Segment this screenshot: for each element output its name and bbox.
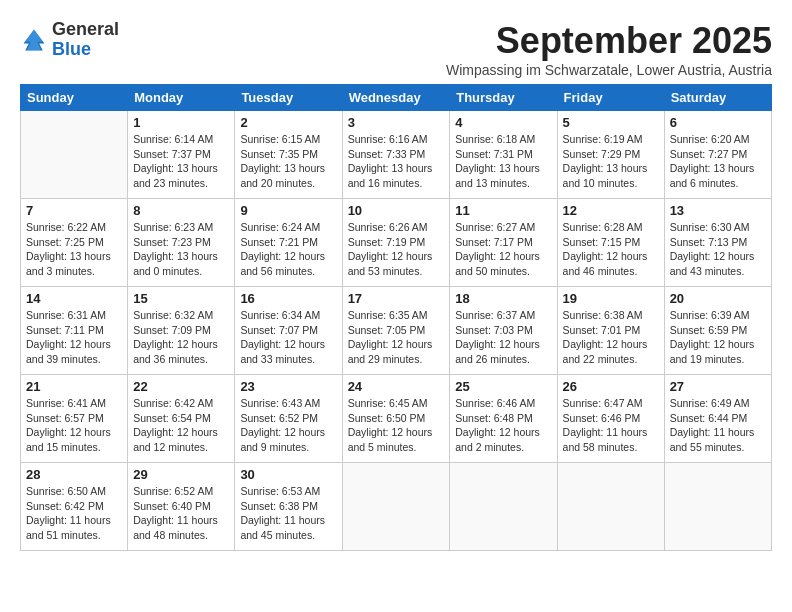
day-info: Sunrise: 6:35 AMSunset: 7:05 PMDaylight:… [348, 308, 445, 367]
calendar-cell: 16Sunrise: 6:34 AMSunset: 7:07 PMDayligh… [235, 287, 342, 375]
day-number: 29 [133, 467, 229, 482]
day-number: 14 [26, 291, 122, 306]
day-number: 19 [563, 291, 659, 306]
calendar-cell [664, 463, 771, 551]
day-number: 24 [348, 379, 445, 394]
day-info: Sunrise: 6:38 AMSunset: 7:01 PMDaylight:… [563, 308, 659, 367]
day-info: Sunrise: 6:15 AMSunset: 7:35 PMDaylight:… [240, 132, 336, 191]
day-info: Sunrise: 6:27 AMSunset: 7:17 PMDaylight:… [455, 220, 551, 279]
calendar-cell: 11Sunrise: 6:27 AMSunset: 7:17 PMDayligh… [450, 199, 557, 287]
weekday-header-wednesday: Wednesday [342, 85, 450, 111]
calendar-table: SundayMondayTuesdayWednesdayThursdayFrid… [20, 84, 772, 551]
day-info: Sunrise: 6:24 AMSunset: 7:21 PMDaylight:… [240, 220, 336, 279]
weekday-header-tuesday: Tuesday [235, 85, 342, 111]
week-row-5: 28Sunrise: 6:50 AMSunset: 6:42 PMDayligh… [21, 463, 772, 551]
day-number: 15 [133, 291, 229, 306]
day-number: 18 [455, 291, 551, 306]
calendar-cell: 5Sunrise: 6:19 AMSunset: 7:29 PMDaylight… [557, 111, 664, 199]
week-row-4: 21Sunrise: 6:41 AMSunset: 6:57 PMDayligh… [21, 375, 772, 463]
calendar-cell [557, 463, 664, 551]
calendar-cell: 19Sunrise: 6:38 AMSunset: 7:01 PMDayligh… [557, 287, 664, 375]
day-number: 21 [26, 379, 122, 394]
calendar-cell: 3Sunrise: 6:16 AMSunset: 7:33 PMDaylight… [342, 111, 450, 199]
day-number: 5 [563, 115, 659, 130]
day-info: Sunrise: 6:34 AMSunset: 7:07 PMDaylight:… [240, 308, 336, 367]
logo-blue: Blue [52, 39, 91, 59]
day-info: Sunrise: 6:22 AMSunset: 7:25 PMDaylight:… [26, 220, 122, 279]
logo-text: General Blue [52, 20, 119, 60]
calendar-cell: 29Sunrise: 6:52 AMSunset: 6:40 PMDayligh… [128, 463, 235, 551]
day-info: Sunrise: 6:28 AMSunset: 7:15 PMDaylight:… [563, 220, 659, 279]
weekday-header-monday: Monday [128, 85, 235, 111]
week-row-1: 1Sunrise: 6:14 AMSunset: 7:37 PMDaylight… [21, 111, 772, 199]
day-number: 11 [455, 203, 551, 218]
weekday-header-saturday: Saturday [664, 85, 771, 111]
day-info: Sunrise: 6:37 AMSunset: 7:03 PMDaylight:… [455, 308, 551, 367]
day-number: 4 [455, 115, 551, 130]
day-info: Sunrise: 6:43 AMSunset: 6:52 PMDaylight:… [240, 396, 336, 455]
calendar-cell [21, 111, 128, 199]
calendar-cell: 28Sunrise: 6:50 AMSunset: 6:42 PMDayligh… [21, 463, 128, 551]
weekday-header-sunday: Sunday [21, 85, 128, 111]
day-number: 22 [133, 379, 229, 394]
calendar-cell: 4Sunrise: 6:18 AMSunset: 7:31 PMDaylight… [450, 111, 557, 199]
calendar-cell: 12Sunrise: 6:28 AMSunset: 7:15 PMDayligh… [557, 199, 664, 287]
day-info: Sunrise: 6:47 AMSunset: 6:46 PMDaylight:… [563, 396, 659, 455]
day-number: 12 [563, 203, 659, 218]
day-number: 2 [240, 115, 336, 130]
day-number: 27 [670, 379, 766, 394]
calendar-cell: 17Sunrise: 6:35 AMSunset: 7:05 PMDayligh… [342, 287, 450, 375]
day-info: Sunrise: 6:23 AMSunset: 7:23 PMDaylight:… [133, 220, 229, 279]
day-number: 30 [240, 467, 336, 482]
calendar-cell: 2Sunrise: 6:15 AMSunset: 7:35 PMDaylight… [235, 111, 342, 199]
day-info: Sunrise: 6:50 AMSunset: 6:42 PMDaylight:… [26, 484, 122, 543]
weekday-header-row: SundayMondayTuesdayWednesdayThursdayFrid… [21, 85, 772, 111]
calendar-cell: 10Sunrise: 6:26 AMSunset: 7:19 PMDayligh… [342, 199, 450, 287]
page-header: General Blue September 2025 Wimpassing i… [20, 20, 772, 78]
week-row-3: 14Sunrise: 6:31 AMSunset: 7:11 PMDayligh… [21, 287, 772, 375]
calendar-cell: 23Sunrise: 6:43 AMSunset: 6:52 PMDayligh… [235, 375, 342, 463]
day-info: Sunrise: 6:30 AMSunset: 7:13 PMDaylight:… [670, 220, 766, 279]
calendar-cell: 25Sunrise: 6:46 AMSunset: 6:48 PMDayligh… [450, 375, 557, 463]
title-block: September 2025 Wimpassing im Schwarzatal… [446, 20, 772, 78]
calendar-cell: 22Sunrise: 6:42 AMSunset: 6:54 PMDayligh… [128, 375, 235, 463]
day-number: 8 [133, 203, 229, 218]
day-info: Sunrise: 6:32 AMSunset: 7:09 PMDaylight:… [133, 308, 229, 367]
day-info: Sunrise: 6:52 AMSunset: 6:40 PMDaylight:… [133, 484, 229, 543]
day-number: 16 [240, 291, 336, 306]
day-number: 17 [348, 291, 445, 306]
day-info: Sunrise: 6:14 AMSunset: 7:37 PMDaylight:… [133, 132, 229, 191]
day-info: Sunrise: 6:16 AMSunset: 7:33 PMDaylight:… [348, 132, 445, 191]
calendar-cell: 9Sunrise: 6:24 AMSunset: 7:21 PMDaylight… [235, 199, 342, 287]
week-row-2: 7Sunrise: 6:22 AMSunset: 7:25 PMDaylight… [21, 199, 772, 287]
day-info: Sunrise: 6:19 AMSunset: 7:29 PMDaylight:… [563, 132, 659, 191]
day-info: Sunrise: 6:39 AMSunset: 6:59 PMDaylight:… [670, 308, 766, 367]
calendar-cell: 24Sunrise: 6:45 AMSunset: 6:50 PMDayligh… [342, 375, 450, 463]
calendar-cell: 15Sunrise: 6:32 AMSunset: 7:09 PMDayligh… [128, 287, 235, 375]
calendar-cell: 18Sunrise: 6:37 AMSunset: 7:03 PMDayligh… [450, 287, 557, 375]
calendar-cell: 7Sunrise: 6:22 AMSunset: 7:25 PMDaylight… [21, 199, 128, 287]
day-info: Sunrise: 6:46 AMSunset: 6:48 PMDaylight:… [455, 396, 551, 455]
logo-general: General [52, 19, 119, 39]
day-number: 28 [26, 467, 122, 482]
day-number: 3 [348, 115, 445, 130]
calendar-cell: 30Sunrise: 6:53 AMSunset: 6:38 PMDayligh… [235, 463, 342, 551]
month-title: September 2025 [446, 20, 772, 62]
day-info: Sunrise: 6:45 AMSunset: 6:50 PMDaylight:… [348, 396, 445, 455]
logo-icon [20, 26, 48, 54]
day-info: Sunrise: 6:41 AMSunset: 6:57 PMDaylight:… [26, 396, 122, 455]
day-number: 23 [240, 379, 336, 394]
weekday-header-thursday: Thursday [450, 85, 557, 111]
calendar-cell: 14Sunrise: 6:31 AMSunset: 7:11 PMDayligh… [21, 287, 128, 375]
calendar-cell: 1Sunrise: 6:14 AMSunset: 7:37 PMDaylight… [128, 111, 235, 199]
calendar-cell: 13Sunrise: 6:30 AMSunset: 7:13 PMDayligh… [664, 199, 771, 287]
day-number: 6 [670, 115, 766, 130]
day-info: Sunrise: 6:49 AMSunset: 6:44 PMDaylight:… [670, 396, 766, 455]
calendar-cell: 27Sunrise: 6:49 AMSunset: 6:44 PMDayligh… [664, 375, 771, 463]
day-info: Sunrise: 6:53 AMSunset: 6:38 PMDaylight:… [240, 484, 336, 543]
day-number: 10 [348, 203, 445, 218]
calendar-cell: 26Sunrise: 6:47 AMSunset: 6:46 PMDayligh… [557, 375, 664, 463]
day-number: 7 [26, 203, 122, 218]
day-number: 25 [455, 379, 551, 394]
day-number: 20 [670, 291, 766, 306]
